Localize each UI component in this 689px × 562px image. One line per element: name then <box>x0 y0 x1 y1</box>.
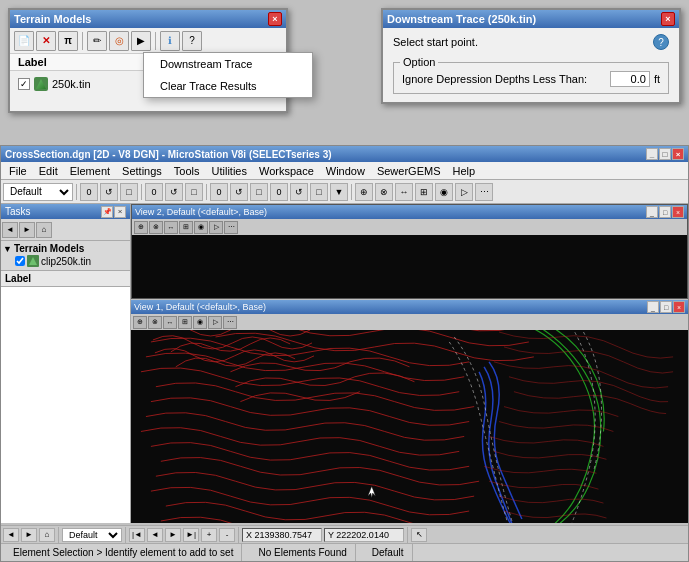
v1-btn-3[interactable]: ↔ <box>163 316 177 329</box>
terrain-edit-button[interactable] <box>87 31 107 51</box>
v2-btn-6[interactable]: ▷ <box>209 221 223 234</box>
menu-tools[interactable]: Tools <box>168 164 206 178</box>
status-btn-6[interactable]: - <box>219 528 235 542</box>
v2-btn-7[interactable]: ⋯ <box>224 221 238 234</box>
close-button[interactable]: × <box>672 148 684 160</box>
downstream-help-button[interactable]: ? <box>653 34 669 50</box>
clear-trace-results-menu-item[interactable]: Clear Trace Results <box>144 75 312 97</box>
lt-btn-2[interactable]: ► <box>19 222 35 238</box>
tree-item-checkbox[interactable] <box>15 256 25 266</box>
tree-terrain-icon <box>27 255 39 267</box>
v1-btn-6[interactable]: ▷ <box>208 316 222 329</box>
tb-btn-4[interactable]: 0 <box>145 183 163 201</box>
view2-toolbar: ⊕ ⊗ ↔ ⊞ ◉ ▷ ⋯ <box>132 219 687 235</box>
tb-btn-8[interactable]: ↺ <box>230 183 248 201</box>
status-btn-3[interactable]: ► <box>165 528 181 542</box>
terrain-new-button[interactable] <box>14 31 34 51</box>
terrain-shape-icon <box>36 79 46 89</box>
default-select[interactable]: Default <box>3 183 73 201</box>
views-area: View 2, Default (<default>, Base) _ □ × … <box>131 204 688 523</box>
v2-btn-4[interactable]: ⊞ <box>179 221 193 234</box>
menu-help[interactable]: Help <box>446 164 481 178</box>
menu-element[interactable]: Element <box>64 164 116 178</box>
status-btn-1[interactable]: |◄ <box>129 528 145 542</box>
tb-btn-12[interactable]: □ <box>310 183 328 201</box>
tb-btn-1[interactable]: 0 <box>80 183 98 201</box>
tb-btn-9[interactable]: □ <box>250 183 268 201</box>
v1-btn-2[interactable]: ⊗ <box>148 316 162 329</box>
tb-icon-2[interactable]: ⊗ <box>375 183 393 201</box>
menu-settings[interactable]: Settings <box>116 164 168 178</box>
v2-btn-5[interactable]: ◉ <box>194 221 208 234</box>
view2-minimize[interactable]: _ <box>646 206 658 218</box>
tb-icon-5[interactable]: ◉ <box>435 183 453 201</box>
menu-edit[interactable]: Edit <box>33 164 64 178</box>
terrain-tree-header[interactable]: ▼ Terrain Models <box>3 243 128 254</box>
option-label: Ignore Depression Depths Less Than: <box>402 73 606 85</box>
tb-icon-6[interactable]: ▷ <box>455 183 473 201</box>
statusbar-fwd-button[interactable]: ► <box>21 528 37 542</box>
downstream-title: Downstream Trace (250k.tin) <box>387 13 536 25</box>
tb-btn-2[interactable]: ↺ <box>100 183 118 201</box>
tb-btn-5[interactable]: ↺ <box>165 183 183 201</box>
status-sep1 <box>58 527 59 543</box>
minimize-button[interactable]: _ <box>646 148 658 160</box>
tb-icon-1[interactable]: ⊕ <box>355 183 373 201</box>
view1-minimize[interactable]: _ <box>647 301 659 313</box>
tb-btn-13[interactable]: ▼ <box>330 183 348 201</box>
statusbar-back-button[interactable]: ◄ <box>3 528 19 542</box>
terrain-tree-item[interactable]: clip250k.tin <box>3 254 128 268</box>
downstream-trace-menu-item[interactable]: Downstream Trace <box>144 53 312 75</box>
v2-btn-1[interactable]: ⊕ <box>134 221 148 234</box>
terrain-target-button[interactable] <box>109 31 129 51</box>
pi-icon <box>64 35 72 46</box>
statusbar-home-button[interactable]: ⌂ <box>39 528 55 542</box>
terrain-close-button[interactable]: × <box>268 12 282 26</box>
status-btn-4[interactable]: ►| <box>183 528 199 542</box>
view1-maximize[interactable]: □ <box>660 301 672 313</box>
terrain-help-button[interactable]: ? <box>182 31 202 51</box>
maximize-button[interactable]: □ <box>659 148 671 160</box>
option-value-input[interactable] <box>610 71 650 87</box>
tb-icon-3[interactable]: ↔ <box>395 183 413 201</box>
tb-btn-6[interactable]: □ <box>185 183 203 201</box>
left-panel-content-area <box>1 287 130 523</box>
v1-btn-4[interactable]: ⊞ <box>178 316 192 329</box>
v1-btn-1[interactable]: ⊕ <box>133 316 147 329</box>
menu-sewergems[interactable]: SewerGEMS <box>371 164 447 178</box>
lt-btn-1[interactable]: ◄ <box>2 222 18 238</box>
tasks-pin-button[interactable]: 📌 <box>101 206 113 218</box>
status-btn-5[interactable]: + <box>201 528 217 542</box>
main-titlebar: CrossSection.dgn [2D - V8 DGN] - MicroSt… <box>1 146 688 162</box>
tb-btn-3[interactable]: □ <box>120 183 138 201</box>
v2-btn-2[interactable]: ⊗ <box>149 221 163 234</box>
lt-btn-3[interactable]: ⌂ <box>36 222 52 238</box>
tb-btn-11[interactable]: ↺ <box>290 183 308 201</box>
v2-btn-3[interactable]: ↔ <box>164 221 178 234</box>
tb-icon-4[interactable]: ⊞ <box>415 183 433 201</box>
status-default-select[interactable]: Default <box>62 528 122 542</box>
view2-maximize[interactable]: □ <box>659 206 671 218</box>
option-legend: Option <box>400 56 438 68</box>
tb-icon-7[interactable]: ⋯ <box>475 183 493 201</box>
downstream-close-button[interactable]: × <box>661 12 675 26</box>
menu-file[interactable]: File <box>3 164 33 178</box>
menu-utilities[interactable]: Utilities <box>206 164 253 178</box>
v1-btn-7[interactable]: ⋯ <box>223 316 237 329</box>
menu-workspace[interactable]: Workspace <box>253 164 320 178</box>
status-btn-2[interactable]: ◄ <box>147 528 163 542</box>
terrain-item-checkbox[interactable]: ✓ <box>18 78 30 90</box>
view2-titlebar: View 2, Default (<default>, Base) _ □ × <box>132 205 687 219</box>
menu-window[interactable]: Window <box>320 164 371 178</box>
tb-btn-10[interactable]: 0 <box>270 183 288 201</box>
view1-toolbar: ⊕ ⊗ ↔ ⊞ ◉ ▷ ⋯ <box>131 314 688 330</box>
tb-btn-7[interactable]: 0 <box>210 183 228 201</box>
v1-btn-5[interactable]: ◉ <box>193 316 207 329</box>
terrain-info-button[interactable] <box>160 31 180 51</box>
terrain-arrow-button[interactable] <box>131 31 151 51</box>
tasks-close-button[interactable]: × <box>114 206 126 218</box>
terrain-delete-button[interactable] <box>36 31 56 51</box>
view1-close[interactable]: × <box>673 301 685 313</box>
view2-close[interactable]: × <box>672 206 684 218</box>
terrain-pi-button[interactable] <box>58 31 78 51</box>
